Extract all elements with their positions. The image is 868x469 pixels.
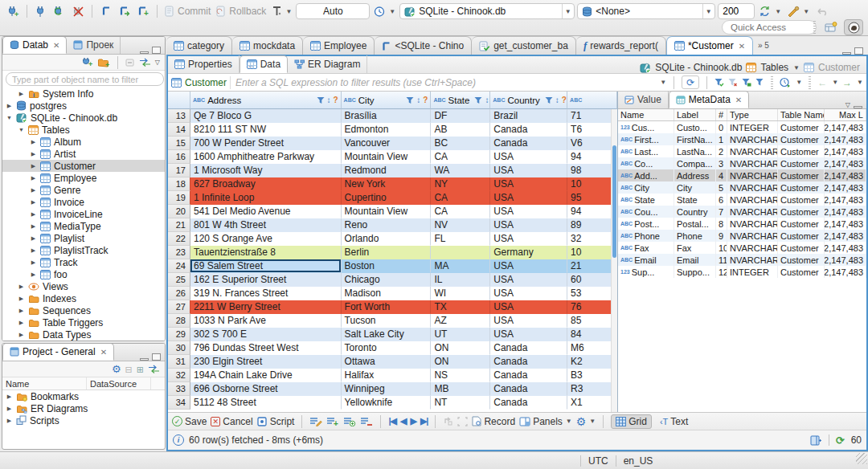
cell-state[interactable]: CA bbox=[431, 191, 490, 205]
tree-collapsed-arrow-icon[interactable]: ▶ bbox=[18, 296, 25, 302]
metadata-cell-table[interactable]: Customer bbox=[778, 145, 825, 157]
cell-postal[interactable]: 71 bbox=[567, 109, 617, 123]
column-header-address[interactable]: ABCAddress↕? bbox=[190, 92, 342, 109]
table-row[interactable]: 148210 111 ST NWEdmontonABCanadaT6 bbox=[168, 123, 617, 137]
record-button[interactable]: Record bbox=[472, 416, 515, 427]
cell-address[interactable]: 1 Infinite Loop bbox=[190, 191, 342, 205]
metadata-cell-name[interactable]: ABCPhone bbox=[618, 230, 674, 242]
tree-item-customer[interactable]: ▶Customer bbox=[2, 160, 165, 172]
save-filter-icon[interactable] bbox=[742, 78, 751, 87]
cell-country[interactable]: USA bbox=[490, 177, 567, 191]
cell-state[interactable]: ON bbox=[431, 355, 490, 369]
metadata-cell-label[interactable]: LastNa... bbox=[674, 145, 716, 157]
reconnect-button[interactable] bbox=[51, 3, 68, 19]
metadata-cell-label[interactable]: Email bbox=[674, 254, 716, 266]
cell-postal[interactable]: B3 bbox=[567, 369, 617, 382]
focus-cell-icon[interactable] bbox=[457, 417, 468, 426]
table-row[interactable]: 281033 N Park AveTucsonAZUSA85 bbox=[168, 314, 617, 328]
cell-postal[interactable]: 32 bbox=[567, 232, 617, 246]
metadata-row[interactable]: ABCCityCity5NVARCHARCustomer2,147,483 bbox=[618, 181, 866, 194]
cell-city[interactable]: Mountain View bbox=[342, 150, 432, 164]
cell-address[interactable]: Tauentzienstraße 8 bbox=[190, 246, 342, 259]
cell-city[interactable]: Salt Lake City bbox=[342, 328, 432, 341]
metadata-cell-label[interactable]: City bbox=[674, 181, 716, 194]
metadata-cell-name[interactable]: ABCCo... bbox=[618, 157, 674, 169]
metadata-cell-name[interactable]: ABCLast... bbox=[618, 145, 674, 157]
subtab-data[interactable]: <>Data bbox=[240, 55, 288, 73]
cell-address[interactable]: 319 N. Frances Street bbox=[190, 287, 342, 300]
metadata-column-type[interactable]: Type bbox=[727, 109, 778, 120]
tab-project-general[interactable]: Project - General ✕ bbox=[2, 343, 114, 361]
tree-collapsed-arrow-icon[interactable]: ▶ bbox=[18, 320, 25, 326]
tree-collapsed-arrow-icon[interactable]: ▶ bbox=[18, 91, 25, 97]
tree-item-track[interactable]: ▶Track bbox=[2, 256, 165, 268]
table-row[interactable]: 161600 Amphitheatre ParkwayMountain View… bbox=[168, 150, 617, 164]
column-header-postal[interactable]: ABC bbox=[567, 92, 617, 109]
grid-view-toggle[interactable]: Grid bbox=[611, 414, 652, 429]
cell-country[interactable]: Canada bbox=[490, 355, 567, 369]
cell-city[interactable]: Fort Worth bbox=[342, 300, 432, 314]
cell-state[interactable]: TX bbox=[431, 300, 490, 314]
cell-country[interactable]: USA bbox=[490, 150, 567, 164]
cancel-button[interactable]: ✕Cancel bbox=[211, 416, 252, 427]
add-folder-icon[interactable]: + bbox=[97, 57, 110, 67]
tab-overflow-indicator[interactable]: » 5 bbox=[758, 41, 769, 50]
cell-postal[interactable]: 76 bbox=[567, 300, 617, 314]
metadata-cell-label[interactable]: Custo... bbox=[674, 121, 716, 133]
cell-city[interactable]: New York bbox=[342, 177, 432, 191]
metadata-row[interactable]: ABCEmailEmail11NVARCHARCustomer2,147,483 bbox=[618, 254, 866, 266]
metadata-cell-max-length[interactable]: 2,147,483 bbox=[825, 181, 866, 194]
delete-row-icon[interactable] bbox=[360, 416, 373, 426]
metadata-cell-type[interactable]: NVARCHAR bbox=[727, 145, 778, 157]
metadata-cell-type[interactable]: NVARCHAR bbox=[727, 157, 778, 169]
cell-city[interactable]: Vancouver bbox=[342, 137, 432, 150]
metadata-cell-name[interactable]: ABCCou... bbox=[618, 206, 674, 218]
tab-employee[interactable]: Employee bbox=[303, 36, 375, 55]
cell-address[interactable]: 120 S Orange Ave bbox=[190, 232, 342, 246]
remove-filter-icon[interactable] bbox=[728, 78, 738, 87]
column-sort-icon[interactable]: ↕ bbox=[327, 96, 331, 104]
cell-postal[interactable]: 89 bbox=[567, 218, 617, 232]
metadata-row[interactable]: ABCCou...Country7NVARCHARCustomer2,147,4… bbox=[618, 206, 866, 218]
cell-country[interactable]: Brazil bbox=[490, 109, 567, 123]
undo-button[interactable] bbox=[813, 3, 829, 19]
table-row[interactable]: 22120 S Orange AveOrlandoFLUSA32 bbox=[168, 232, 617, 246]
column-header-city[interactable]: ABCCity↕? bbox=[342, 92, 432, 109]
metadata-cell-ordinal[interactable]: 1 bbox=[716, 133, 727, 145]
metadata-cell-table[interactable]: Customer bbox=[778, 254, 825, 266]
tree-collapsed-arrow-icon[interactable]: ▶ bbox=[30, 235, 37, 242]
tree-expanded-arrow-icon[interactable]: ▼ bbox=[6, 115, 13, 120]
tree-collapsed-arrow-icon[interactable]: ▶ bbox=[30, 139, 37, 145]
cell-city[interactable]: Madison bbox=[342, 287, 432, 300]
metadata-cell-max-length[interactable]: 2,147,483 bbox=[825, 157, 866, 169]
cell-state[interactable]: AZ bbox=[431, 314, 490, 328]
tab-database-navigator[interactable]: Datab ✕ bbox=[2, 36, 67, 54]
metadata-cell-label[interactable]: Country bbox=[674, 206, 716, 218]
tree-item-genre[interactable]: ▶Genre bbox=[2, 184, 165, 196]
grid-settings-button[interactable]: ⚙▼ bbox=[576, 418, 596, 425]
cell-state[interactable]: UT bbox=[431, 328, 490, 341]
metadata-cell-max-length[interactable]: 2,147,483 bbox=[825, 145, 866, 157]
cell-postal[interactable]: K2 bbox=[567, 355, 617, 369]
cell-postal[interactable]: 53 bbox=[567, 287, 617, 300]
metadata-cell-name[interactable]: 123Sup... bbox=[618, 266, 674, 278]
dbeaver-perspective-button[interactable] bbox=[844, 19, 863, 35]
metadata-cell-type[interactable]: NVARCHAR bbox=[727, 133, 778, 145]
project-item-er-diagrams[interactable]: ▶ER Diagrams bbox=[2, 402, 165, 414]
cell-country[interactable]: USA bbox=[490, 328, 567, 341]
cell-country[interactable]: USA bbox=[490, 232, 567, 246]
metadata-row[interactable]: ABCLast...LastNa...2NVARCHARCustomer2,14… bbox=[618, 145, 866, 157]
table-row[interactable]: 23Tauentzienstraße 8BerlinGermany10 bbox=[168, 246, 617, 259]
connection-combo[interactable]: SQLite - Chinook.db ▼ bbox=[399, 3, 575, 19]
recent-sql-editor-button[interactable] bbox=[117, 3, 133, 19]
maximize-button[interactable] bbox=[854, 47, 863, 55]
transaction-history-button[interactable]: ▼ bbox=[372, 3, 397, 19]
grid-vertical-scrollbar[interactable] bbox=[611, 109, 617, 412]
dropdown-caret-icon[interactable]: ▼ bbox=[793, 64, 800, 71]
metadata-cell-type[interactable]: NVARCHAR bbox=[727, 218, 778, 230]
metadata-column-label[interactable]: Label bbox=[674, 109, 716, 120]
metadata-cell-max-length[interactable]: 2,147,483 bbox=[825, 242, 866, 254]
breadcrumb-entity[interactable]: Customer bbox=[818, 62, 860, 73]
link-with-editor-icon[interactable] bbox=[148, 365, 160, 373]
cell-postal[interactable]: 21 bbox=[567, 259, 617, 273]
